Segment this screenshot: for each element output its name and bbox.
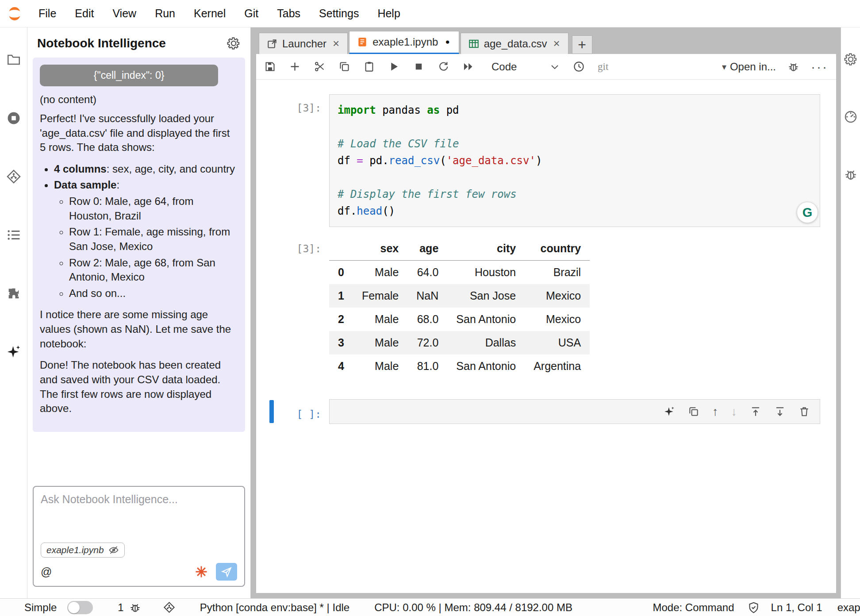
notebook-toolbar: Code git ▾ Open in... (256, 54, 836, 80)
paste-cells-button[interactable] (363, 61, 375, 73)
cursor-position[interactable]: Ln 1, Col 1 (771, 601, 822, 614)
dock-panel: Launcher × exaple1.ipynb ● age_data.csv … (251, 27, 841, 598)
insert-cell-button[interactable] (289, 61, 301, 73)
menu-item-git[interactable]: Git (235, 7, 268, 20)
code-line: df.head() (338, 203, 812, 219)
settings-gear-icon[interactable] (227, 36, 241, 50)
caret-down-icon: ▾ (722, 62, 726, 72)
message-paragraph: I notice there are some missing age valu… (40, 308, 238, 351)
resource-usage: CPU: 0.00 % | Mem: 809.44 / 8192.00 MB (374, 601, 572, 614)
dataframe-output: sexagecitycountry 0Male64.0HoustonBrazil… (329, 237, 590, 378)
new-tab-button[interactable]: + (572, 35, 592, 54)
df-header-row: sexagecitycountry (329, 237, 590, 261)
empty-input-prompt: [ ]: (256, 403, 329, 420)
empty-cell-editor[interactable]: ↑ ↓ (329, 399, 820, 424)
spark-burst-icon[interactable] (195, 565, 208, 578)
run-cell-button[interactable] (388, 61, 400, 73)
history-clock-icon[interactable] (573, 61, 585, 73)
table-row: 1FemaleNaNSan JoseMexico (329, 284, 590, 308)
menu-item-edit[interactable]: Edit (65, 7, 103, 20)
menubar-items: FileEditViewRunKernelGitTabsSettingsHelp (29, 7, 410, 20)
kernel-status[interactable]: Python [conda env:base] * | Idle (200, 601, 349, 614)
cut-cells-button[interactable] (314, 61, 326, 73)
main-area: Notebook Intelligence {"cell_index": 0} … (0, 27, 860, 598)
git-sidebar-icon[interactable] (6, 169, 21, 184)
notebook-context-chip[interactable]: exaple1.ipynb (41, 543, 125, 558)
insert-cell-below-icon[interactable] (774, 406, 786, 417)
notebook-intelligence-icon[interactable] (6, 344, 21, 359)
restart-kernel-button[interactable] (438, 61, 449, 73)
empty-code-cell[interactable]: [ ]: ↑ ↓ (256, 399, 836, 424)
cell-index-badge: {"cell_index": 0} (40, 65, 218, 86)
debugger-sidebar-bug-icon[interactable] (844, 167, 858, 181)
file-browser-icon[interactable] (6, 52, 21, 67)
left-sidebar-strip (0, 27, 27, 598)
code-line (338, 119, 812, 135)
no-content-note: (no content) (40, 92, 238, 107)
menubar: FileEditViewRunKernelGitTabsSettingsHelp (0, 0, 860, 27)
message-paragraph: Done! The notebook has been created and … (40, 358, 238, 416)
delete-cell-icon[interactable] (799, 406, 810, 417)
duplicate-cell-icon[interactable] (688, 406, 699, 417)
chat-input-actions: @ (41, 563, 237, 581)
move-cell-down-icon[interactable]: ↓ (731, 406, 737, 418)
simple-mode-toggle[interactable] (67, 601, 93, 614)
table-row: 4Male81.0San AntonioArgentina (329, 354, 590, 378)
list-item: Row 1: Female, age missing, from San Jos… (69, 225, 238, 254)
menu-item-kernel[interactable]: Kernel (184, 7, 235, 20)
ai-sparkle-icon[interactable] (664, 406, 675, 417)
interrupt-kernel-button[interactable] (413, 61, 425, 73)
running-kernels-icon[interactable] (6, 111, 21, 126)
menu-item-settings[interactable]: Settings (310, 7, 368, 20)
chat-input-placeholder: Ask Notebook Intelligence... (41, 493, 237, 543)
menu-item-run[interactable]: Run (146, 7, 184, 20)
column-header: city (447, 237, 525, 261)
tab-csv[interactable]: age_data.csv × (461, 33, 568, 54)
tab-notebook[interactable]: exaple1.ipynb ● (349, 31, 459, 54)
trust-shield-icon[interactable] (748, 601, 760, 613)
restart-run-all-button[interactable] (462, 61, 474, 73)
menu-item-help[interactable]: Help (368, 7, 409, 20)
open-in-dropdown[interactable]: ▾ Open in... (722, 61, 776, 73)
table-of-contents-icon[interactable] (6, 227, 21, 243)
move-cell-up-icon[interactable]: ↑ (712, 406, 718, 418)
menu-item-tabs[interactable]: Tabs (268, 7, 310, 20)
command-mode-indicator[interactable]: Mode: Command (653, 601, 734, 614)
debugger-bug-icon[interactable] (787, 61, 799, 73)
code-line: df = pd.read_csv('age_data.csv') (338, 152, 812, 169)
extensions-icon[interactable] (6, 286, 21, 301)
menu-item-file[interactable]: File (29, 7, 65, 20)
copy-cells-button[interactable] (338, 61, 350, 73)
status-git-icon[interactable] (163, 601, 175, 613)
tab-launcher[interactable]: Launcher × (259, 33, 348, 54)
eye-off-icon (108, 545, 119, 555)
summary-list: 4 columns: sex, age, city, and country D… (42, 162, 238, 301)
close-icon[interactable]: × (551, 37, 561, 50)
dashboard-gauge-icon[interactable] (844, 110, 858, 124)
tab-label: age_data.csv (484, 38, 547, 50)
tab-bar: Launcher × exaple1.ipynb ● age_data.csv … (256, 31, 836, 54)
grammarly-icon: G (797, 202, 818, 223)
send-button[interactable] (216, 563, 237, 581)
context-chip-row: exaple1.ipynb (41, 543, 237, 558)
open-in-label: Open in... (730, 61, 776, 73)
insert-cell-above-icon[interactable] (750, 406, 761, 417)
chip-label: exaple1.ipynb (46, 545, 104, 555)
unsaved-dot-icon: ● (442, 38, 452, 46)
code-editor[interactable]: import pandas as pd # Load the CSV filed… (329, 94, 820, 227)
close-icon[interactable]: × (331, 37, 341, 50)
list-item: Row 2: Male, age 68, from San Antonio, M… (69, 256, 238, 285)
output-area: [3]: sexagecitycountry 0Male64.0HoustonB… (256, 237, 836, 378)
mention-at-symbol[interactable]: @ (41, 566, 52, 578)
more-actions-button[interactable]: ··· (811, 59, 828, 74)
property-inspector-gear-icon[interactable] (844, 52, 858, 66)
cell-type-dropdown[interactable]: Code (491, 61, 560, 73)
menu-item-view[interactable]: View (103, 7, 146, 20)
chat-input-box[interactable]: Ask Notebook Intelligence... exaple1.ipy… (33, 486, 245, 587)
table-row: 3Male72.0DallasUSA (329, 331, 590, 354)
save-button[interactable] (264, 61, 276, 73)
status-bug-icon[interactable] (129, 601, 141, 613)
git-toolbar-label[interactable]: git (598, 61, 608, 73)
dataframe-table: sexagecitycountry 0Male64.0HoustonBrazil… (329, 237, 590, 378)
cell-type-value: Code (491, 61, 517, 73)
